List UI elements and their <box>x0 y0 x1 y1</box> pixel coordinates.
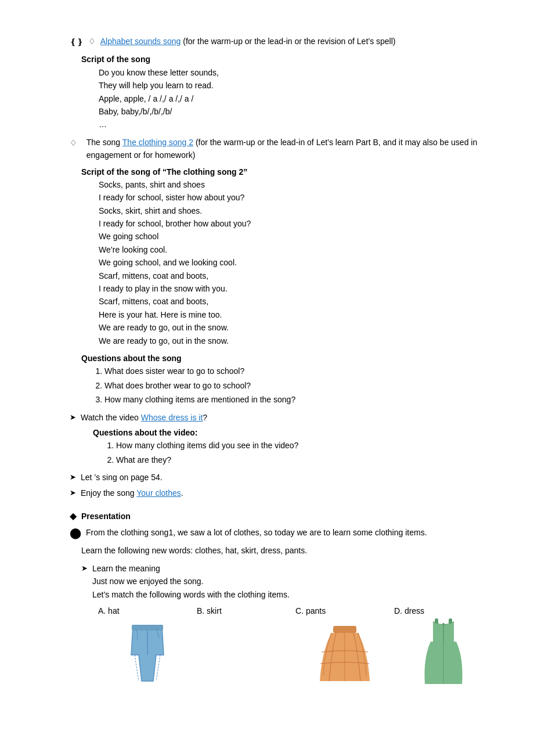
video-text-after: ? <box>203 413 207 422</box>
script2-line8: I ready to play in the snow with you. <box>99 282 488 295</box>
label-skirt: B. skirt <box>197 604 295 617</box>
learn-words-text: Learn the following new words: clothes, … <box>81 544 488 557</box>
diamond-icon: ❴❵ <box>70 35 84 48</box>
clothes-images-row <box>92 617 493 687</box>
alphabet-song-link[interactable]: Alphabet sounds song <box>100 37 181 46</box>
script2-line3: I ready for school, brother how about yo… <box>99 217 488 230</box>
whose-dress-link[interactable]: Whose dress is it <box>141 413 203 422</box>
script2-section: Script of the song of “The clothing song… <box>70 165 488 347</box>
questions-section: Questions about the song What does siste… <box>70 352 488 406</box>
from-song-bullet: ⬤ From the clothing song1, we saw a lot … <box>70 526 488 541</box>
bullet-alphabet-sym: ♢ <box>88 35 100 48</box>
script2-line10: Here is your hat. Here is mine too. <box>99 308 488 321</box>
script1-line4: Baby, baby,/b/,/b/,/b/ <box>99 105 488 118</box>
question1: What does sister wear to go to school? <box>104 365 488 377</box>
script2-line5: We’re looking cool. <box>99 243 488 256</box>
label-dress: D. dress <box>394 604 493 617</box>
bullet-alphabet-content: Alphabet sounds song (for the warm-up or… <box>100 35 396 48</box>
script2-line0: Socks, pants, shirt and shoes <box>99 178 488 191</box>
diamond-icon2: ♢ <box>70 136 82 149</box>
video-bullet: ➤ Watch the video Whose dress is it? <box>70 411 488 424</box>
script1-lines: Do you know these letter sounds, They wi… <box>81 66 488 131</box>
enjoy-text-after: . <box>181 488 183 498</box>
bullet-alphabet: ❴❵ ♢ Alphabet sounds song (for the warm-… <box>70 35 488 48</box>
presentation-heading: Presentation <box>81 510 131 523</box>
dress-svg <box>420 617 467 687</box>
script2-line9: Scarf, mittens, coat and boots, <box>99 295 488 308</box>
questions-heading: Questions about the song <box>81 352 488 365</box>
arrow-icon1: ➤ <box>70 412 76 424</box>
questions-list: What does sister wear to go to school? W… <box>81 365 488 406</box>
question2: What does brother wear to go to school? <box>104 379 488 392</box>
script2-line1: I ready for school, sister how about you… <box>99 191 488 204</box>
learn-meaning-content: Learn the meaning Just now we enjoyed th… <box>92 562 493 687</box>
circle-filled-icon: ⬤ <box>70 526 81 541</box>
match-line: Let’s match the following words with the… <box>92 588 493 601</box>
script2-heading: Script of the song of “The clothing song… <box>81 165 488 178</box>
clothing-song2-link[interactable]: The clothing song 2 <box>122 138 193 147</box>
bullet-clothing-song2: ♢ The song The clothing song 2 (for the … <box>70 136 488 162</box>
script1-line3: Apple, apple, / a /,/ a /,/ a / <box>99 92 488 105</box>
arrow-icon3: ➤ <box>70 487 76 499</box>
script2-line7: Scarf, mittens, coat and boots, <box>99 269 488 282</box>
sing-text: Let ’s sing on page 54. <box>81 471 163 484</box>
diamond-filled-icon: ◆ <box>70 510 77 523</box>
script2-line6: We going school, and we looking cool. <box>99 256 488 269</box>
video-question1: How many clothing items did you see in t… <box>116 439 488 452</box>
label-hat: A. hat <box>98 604 197 617</box>
video-text-before: Watch the video <box>81 413 141 422</box>
dress-image <box>394 617 493 687</box>
learn-meaning-bullet: ➤ Learn the meaning Just now we enjoyed … <box>70 562 488 687</box>
svg-point-4 <box>442 623 445 625</box>
clothes-labels-row: A. hat B. skirt C. pants D. dress <box>92 604 493 617</box>
enjoy-bullet: ➤ Enjoy the song Your clothes. <box>70 487 488 499</box>
just-now-line: Just now we enjoyed the song. <box>92 575 493 588</box>
bullet-alphabet-text: (for the warm-up or the lead-in or the r… <box>181 37 395 46</box>
presentation-bullet: ◆ Presentation <box>70 510 488 523</box>
script2-line4: We going school <box>99 230 488 243</box>
video-questions-heading: Questions about the video: <box>93 426 488 439</box>
arrow-icon2: ➤ <box>70 471 76 484</box>
script2-line12: We are ready to go, out in the snow. <box>99 334 488 347</box>
script1-heading: Script of the song <box>81 53 488 66</box>
video-questions-list: How many clothing items did you see in t… <box>93 439 488 466</box>
script1-line1: Do you know these letter sounds, <box>99 66 488 79</box>
arrow-icon4: ➤ <box>81 563 88 575</box>
pants-svg <box>124 623 171 687</box>
script1-line5: … <box>99 118 488 131</box>
script1-section: Script of the song Do you know these let… <box>70 53 488 131</box>
enjoy-content: Enjoy the song Your clothes. <box>81 487 183 499</box>
sing-bullet: ➤ Let ’s sing on page 54. <box>70 471 488 484</box>
pants-image <box>98 623 197 687</box>
script2-line11: We are ready to go, out in the snow. <box>99 321 488 334</box>
label-pants: C. pants <box>295 604 394 617</box>
question3: How many clothing items are mentioned in… <box>104 393 488 406</box>
script2-line2: Socks, skirt, shirt and shoes. <box>99 204 488 217</box>
skirt-image <box>295 623 394 687</box>
skirt-svg <box>319 623 371 687</box>
clothing-song2-text-before: The song <box>86 138 122 147</box>
script1-line2: They will help you learn to read. <box>99 79 488 92</box>
video-bullet-content: Watch the video Whose dress is it? <box>81 411 207 424</box>
svg-rect-2 <box>333 626 356 633</box>
video-questions-section: Questions about the video: How many clot… <box>70 426 488 466</box>
script2-lines: Socks, pants, shirt and shoes I ready fo… <box>81 178 488 347</box>
bullet-clothing-song2-content: The song The clothing song 2 (for the wa… <box>86 136 488 162</box>
your-clothes-link[interactable]: Your clothes <box>136 488 181 498</box>
video-question2: What are they? <box>116 453 488 466</box>
enjoy-text-before: Enjoy the song <box>81 488 136 498</box>
learn-words-line: Learn the following new words: clothes, … <box>70 544 488 557</box>
from-song-text: From the clothing song1, we saw a lot of… <box>86 526 427 539</box>
learn-meaning-text: Learn the meaning <box>92 564 160 573</box>
